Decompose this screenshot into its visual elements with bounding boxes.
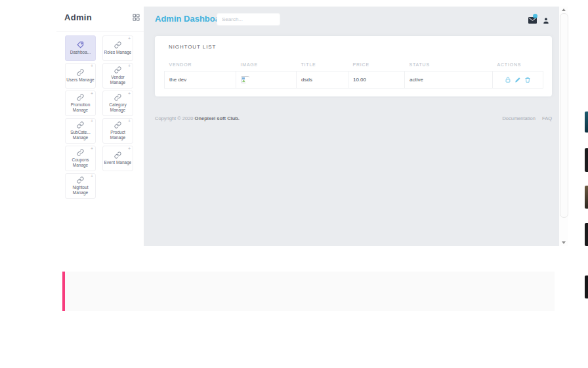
grid-icon[interactable]	[133, 14, 140, 21]
delete-icon[interactable]	[524, 76, 531, 83]
page: Admin Dashboa...	[0, 0, 588, 368]
link-icon	[114, 152, 121, 159]
plus-icon: +	[91, 64, 93, 69]
sidebar-item-nightout-manage[interactable]: + Nightout Manage	[65, 173, 96, 199]
column-header-title: TITLE	[297, 60, 348, 72]
sidebar-item-label: Vendor Manage	[104, 75, 133, 85]
table-row: the dev dsds	[165, 72, 543, 89]
link-icon	[77, 94, 84, 101]
sidebar-item-label: Coupons Manage	[66, 157, 95, 168]
column-header-status: STATUS	[405, 60, 493, 72]
link-icon	[114, 66, 121, 73]
sidebar-item-roles-manage[interactable]: + Roles Manage	[102, 35, 133, 61]
scrollbar-thumb[interactable]	[560, 13, 568, 218]
scroll-up-icon[interactable]	[562, 9, 566, 11]
sidebar-item-label: Promotion Manage	[66, 102, 95, 113]
link-icon	[114, 94, 121, 101]
sidebar-item-label: SubCate... Manage	[66, 130, 95, 140]
sidebar-item-label: Dashboa...	[70, 50, 91, 55]
sidebar-item-product-manage[interactable]: + Product Manage	[102, 118, 133, 144]
sidebar-item-label: Roles Manage	[104, 50, 132, 55]
footer-links: Documentation FAQ	[497, 115, 552, 121]
sidebar-item-coupons-manage[interactable]: + Coupons Manage	[65, 146, 96, 171]
plus-icon: +	[128, 119, 131, 124]
broken-image-icon	[241, 76, 249, 83]
link-icon	[114, 41, 121, 49]
column-header-image: IMAGE	[236, 60, 297, 72]
copyright-text: Copyright © 2020 Onepixel soft Club.	[155, 115, 240, 121]
tag-icon	[77, 41, 84, 49]
table-header-row: VENDOR IMAGE TITLE PRICE STATUS ACTIONS	[165, 60, 543, 72]
edge-sliver	[585, 148, 588, 172]
sidebar-divider	[56, 31, 144, 32]
cell-title: dsds	[297, 72, 348, 89]
nightout-list-card: NIGHTOUT LIST VENDOR IMAGE TITLE PRICE S…	[155, 36, 552, 96]
sidebar-menu: Dashboa... + Roles Manage +	[65, 35, 133, 199]
brand-name: Onepixel soft Club.	[195, 115, 240, 121]
user-icon[interactable]	[543, 17, 549, 24]
sidebar-item-label: Product Manage	[104, 130, 133, 140]
sidebar-item-promotion-manage[interactable]: + Promotion Manage	[65, 91, 96, 116]
plus-icon: +	[91, 119, 93, 124]
cell-status: active	[405, 72, 493, 89]
card-title: NIGHTOUT LIST	[169, 44, 216, 50]
sidebar-item-subcategory-manage[interactable]: + SubCate... Manage	[65, 118, 96, 144]
sidebar-item-event-manage[interactable]: + Event Manage	[102, 146, 133, 171]
link-icon	[114, 121, 121, 129]
topbar-icons	[528, 15, 558, 26]
sidebar-item-label: Users Manage	[66, 77, 94, 83]
column-header-vendor: VENDOR	[165, 60, 236, 72]
cell-vendor: the dev	[165, 72, 236, 89]
sidebar-item-users-manage[interactable]: + Users Manage	[65, 63, 96, 89]
app-title: Admin	[64, 12, 92, 22]
quote-block	[62, 272, 555, 311]
scroll-down-icon[interactable]	[562, 241, 566, 244]
edge-sliver	[585, 186, 588, 209]
plus-icon: +	[91, 146, 93, 152]
search-input[interactable]	[217, 13, 280, 26]
link-icon	[77, 149, 84, 156]
plus-icon: +	[91, 91, 93, 96]
sidebar-item-label: Category Manage	[104, 102, 133, 113]
copyright-prefix: Copyright © 2020	[155, 115, 193, 121]
mail-button[interactable]	[528, 16, 537, 24]
faq-link[interactable]: FAQ	[542, 115, 552, 121]
cell-price: 10.00	[348, 72, 405, 89]
documentation-link[interactable]: Documentation	[502, 115, 535, 121]
content-footer: Copyright © 2020 Onepixel soft Club. Doc…	[155, 115, 552, 121]
notification-dot	[533, 14, 537, 18]
link-icon	[77, 176, 84, 184]
sidebar-item-label: Nightout Manage	[66, 185, 95, 195]
sidebar-header: Admin	[56, 7, 144, 30]
edge-sliver	[585, 223, 588, 246]
link-icon	[77, 121, 84, 129]
edit-icon[interactable]	[514, 76, 521, 83]
main-content: Admin Dashboard NIGHTOUT	[144, 7, 563, 246]
plus-icon: +	[128, 146, 131, 152]
cell-image	[236, 72, 297, 89]
plus-icon: +	[128, 64, 131, 69]
plus-icon: +	[128, 36, 131, 41]
column-header-actions: ACTIONS	[493, 60, 543, 72]
sidebar: Admin Dashboa...	[56, 7, 144, 246]
cell-actions	[493, 72, 543, 89]
scrollbar[interactable]	[559, 7, 568, 246]
quote-area	[65, 272, 555, 311]
column-header-price: PRICE	[348, 60, 405, 72]
edge-sliver	[585, 276, 588, 298]
link-icon	[77, 69, 84, 76]
plus-icon: +	[128, 91, 131, 96]
edge-sliver	[585, 112, 588, 133]
sidebar-item-vendor-manage[interactable]: + Vendor Manage	[102, 63, 133, 89]
plus-icon: +	[91, 174, 93, 179]
nightout-table: VENDOR IMAGE TITLE PRICE STATUS ACTIONS …	[164, 60, 543, 89]
sidebar-item-category-manage[interactable]: + Category Manage	[102, 91, 133, 116]
sidebar-item-dashboard[interactable]: Dashboa...	[65, 35, 96, 61]
sidebar-item-label: Event Manage	[104, 160, 132, 165]
lock-icon[interactable]	[505, 76, 511, 83]
